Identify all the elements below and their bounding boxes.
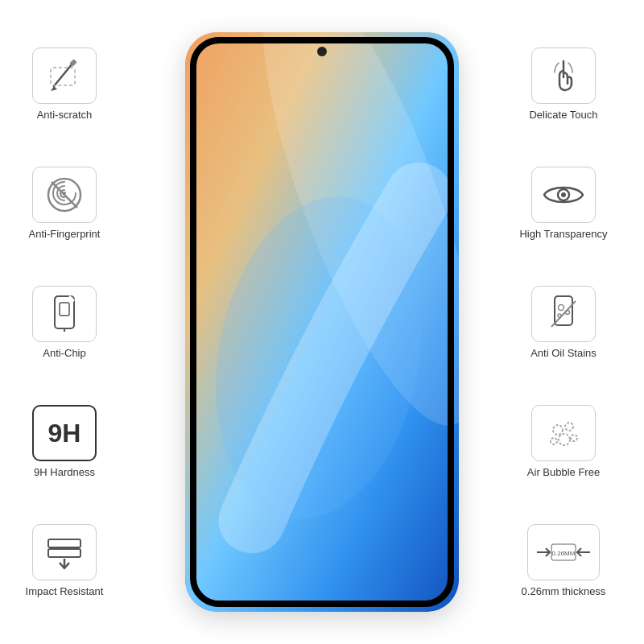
anti-oil-stains-label: Anti Oil Stains [530, 347, 597, 359]
svg-rect-12 [48, 549, 80, 557]
feature-anti-oil-stains: Anti Oil Stains [530, 286, 597, 359]
svg-point-25 [565, 423, 573, 431]
svg-rect-11 [48, 539, 80, 547]
oil-stains-icon-box [531, 286, 596, 342]
anti-fingerprint-label: Anti-Fingerprint [29, 228, 101, 240]
svg-rect-8 [60, 303, 69, 316]
fingerprint-icon [43, 174, 85, 216]
thickness-label: 0.26mm thickness [522, 585, 606, 597]
bubble-icon [542, 414, 585, 452]
touch-icon [543, 55, 584, 97]
feature-air-bubble-free: Air Bubble Free [527, 405, 600, 478]
feature-anti-chip: Anti-Chip [32, 286, 97, 359]
9h-text: 9H [48, 420, 81, 446]
transparency-icon-box [531, 167, 596, 223]
anti-scratch-icon-box [32, 47, 97, 104]
delicate-touch-label: Delicate Touch [529, 109, 597, 121]
anti-chip-icon-box [32, 286, 97, 342]
delicate-touch-icon-box [531, 47, 596, 104]
9h-icon-box: 9H [32, 405, 97, 461]
anti-scratch-label: Anti-scratch [37, 109, 93, 121]
impact-icon [42, 533, 87, 572]
phone-outer-case [185, 32, 459, 612]
feature-high-transparency: High Transparency [519, 167, 607, 240]
feature-impact-resistant: Impact Resistant [26, 524, 104, 597]
svg-point-27 [551, 438, 557, 444]
front-camera [317, 47, 327, 56]
thickness-arrows: 0.26MM [535, 536, 592, 568]
svg-rect-7 [55, 296, 74, 328]
svg-point-20 [559, 304, 564, 310]
svg-point-18 [561, 192, 566, 197]
air-bubble-icon-box [531, 405, 596, 461]
chip-icon [45, 293, 84, 335]
svg-line-0 [54, 64, 72, 86]
oil-stains-icon [543, 293, 584, 335]
9h-hardness-label: 9H Hardness [34, 466, 95, 478]
feature-delicate-touch: Delicate Touch [529, 47, 597, 121]
thickness-icon-box: 0.26MM [527, 524, 600, 580]
high-transparency-label: High Transparency [519, 228, 607, 240]
anti-fingerprint-icon-box [32, 167, 97, 223]
svg-point-26 [559, 434, 570, 445]
scratch-icon [44, 56, 85, 96]
glass-protector [190, 37, 454, 607]
anti-chip-label: Anti-Chip [43, 347, 85, 359]
thickness-arrows-svg: 0.26MM [535, 536, 592, 568]
eye-icon [541, 177, 586, 213]
impact-icon-box [32, 524, 97, 580]
feature-9h-hardness: 9H 9H Hardness [32, 405, 97, 478]
svg-marker-1 [51, 86, 57, 91]
phone-device [185, 32, 459, 612]
air-bubble-free-label: Air Bubble Free [527, 466, 600, 478]
svg-point-28 [571, 435, 577, 441]
impact-resistant-label: Impact Resistant [26, 585, 104, 597]
feature-anti-scratch: Anti-scratch [32, 47, 97, 121]
main-container: Anti-scratch Anti-Fingerprint [0, 0, 644, 644]
svg-text:0.26MM: 0.26MM [552, 550, 576, 557]
svg-point-24 [553, 425, 563, 435]
feature-anti-fingerprint: Anti-Fingerprint [29, 167, 101, 240]
left-features-column: Anti-scratch Anti-Fingerprint [0, 0, 129, 644]
feature-thickness: 0.26MM 0.26mm thickness [522, 524, 606, 597]
right-features-column: Delicate Touch High Transparency [483, 0, 644, 644]
